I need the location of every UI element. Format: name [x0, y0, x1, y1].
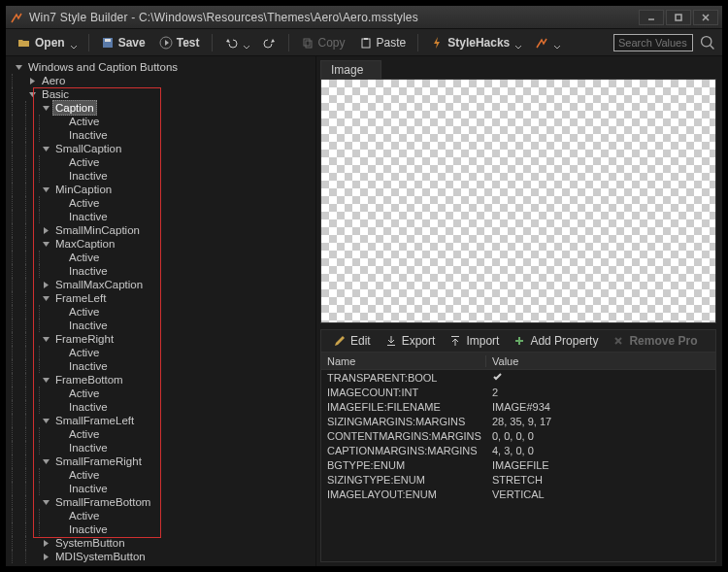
tree-item[interactable]: MaxCaption: [12, 237, 315, 251]
caret-right-icon[interactable]: [25, 74, 39, 87]
caret-right-icon[interactable]: [39, 550, 52, 563]
table-row[interactable]: IMAGECOUNT:INT2: [321, 385, 715, 399]
table-row[interactable]: BGTYPE:ENUMIMAGEFILE: [321, 457, 715, 472]
tree-item-aero[interactable]: Aero: [12, 74, 315, 87]
caret-right-icon[interactable]: [39, 278, 52, 291]
tree-item[interactable]: SmallMaxCaption: [12, 278, 315, 291]
tree-label: SmallFrameRight: [52, 454, 145, 468]
pencil-icon: [333, 334, 347, 348]
tree-label: SmallMinCaption: [52, 223, 143, 237]
tree-item[interactable]: MDISystemButton: [12, 550, 315, 563]
tree-item[interactable]: Active: [12, 155, 315, 169]
minimize-button[interactable]: [639, 10, 664, 25]
table-row[interactable]: SIZINGTYPE:ENUMSTRETCH: [321, 472, 715, 487]
tree-item[interactable]: Inactive: [12, 441, 315, 454]
maximize-button[interactable]: [666, 10, 691, 25]
tree-label: MDISystemButton: [52, 550, 149, 563]
search-go-button[interactable]: [699, 34, 716, 51]
tree-item[interactable]: Active: [12, 115, 315, 128]
tree-item[interactable]: Inactive: [12, 169, 315, 183]
svg-rect-7: [304, 39, 310, 46]
table-row[interactable]: CAPTIONMARGINS:MARGINS4, 3, 0, 0: [321, 443, 715, 457]
test-button[interactable]: Test: [153, 32, 206, 53]
tree-item[interactable]: Inactive: [12, 210, 315, 223]
paste-button[interactable]: Paste: [353, 32, 413, 53]
tree-item[interactable]: Active: [12, 509, 315, 522]
caret-down-icon[interactable]: [39, 237, 52, 251]
svg-rect-1: [676, 15, 681, 20]
search-input[interactable]: [613, 34, 693, 51]
cell-name: CONTENTMARGINS:MARGINS: [321, 430, 486, 442]
save-button[interactable]: Save: [95, 32, 151, 53]
tree-item[interactable]: Inactive: [12, 319, 315, 332]
tree-item[interactable]: FrameLeft: [12, 291, 315, 305]
tree-item[interactable]: FrameBottom: [12, 373, 315, 387]
copy-icon: [301, 36, 314, 50]
tree-item[interactable]: SmallCaption: [12, 142, 315, 155]
import-button[interactable]: Import: [443, 330, 505, 352]
tree-item[interactable]: Active: [12, 305, 315, 319]
caret-down-icon[interactable]: [39, 495, 52, 509]
tree-item[interactable]: Active: [12, 196, 315, 210]
stylehacks-button[interactable]: StyleHacks: [424, 32, 527, 53]
tree-item[interactable]: Inactive: [12, 482, 315, 495]
table-row[interactable]: IMAGELAYOUT:ENUMVERTICAL: [321, 487, 715, 501]
caret-down-icon[interactable]: [39, 142, 52, 155]
add-property-button[interactable]: Add Property: [507, 330, 604, 352]
caret-down-icon[interactable]: [39, 183, 52, 196]
tree-item[interactable]: SmallMinCaption: [12, 223, 315, 237]
tree-item[interactable]: Inactive: [12, 264, 315, 278]
caret-down-icon[interactable]: [39, 101, 52, 115]
tree-item[interactable]: Inactive: [12, 522, 315, 536]
column-name[interactable]: Name: [321, 355, 486, 367]
caret-right-icon[interactable]: [39, 536, 52, 550]
image-tab[interactable]: Image: [320, 60, 381, 79]
table-row[interactable]: SIZINGMARGINS:MARGINS28, 35, 9, 17: [321, 414, 715, 428]
tree-item[interactable]: Inactive: [12, 400, 315, 414]
caret-down-icon[interactable]: [39, 332, 52, 346]
svg-rect-10: [364, 38, 368, 40]
tree-item-basic[interactable]: Basic: [12, 87, 315, 101]
tree-item[interactable]: SmallFrameRight: [12, 454, 315, 468]
open-button[interactable]: Open: [12, 32, 83, 53]
remove-property-button[interactable]: Remove Pro: [606, 330, 703, 352]
svg-rect-8: [306, 41, 312, 48]
edit-button[interactable]: Edit: [327, 330, 377, 352]
caret-down-icon[interactable]: [25, 87, 39, 101]
tree-item[interactable]: Inactive: [12, 359, 315, 373]
tree-item[interactable]: Active: [12, 427, 315, 441]
tree-label: SmallMaxCaption: [52, 278, 146, 291]
redo-button[interactable]: [257, 32, 282, 53]
tree-item[interactable]: Active: [12, 346, 315, 359]
tree-item[interactable]: Active: [12, 251, 315, 264]
caret-down-icon[interactable]: [39, 414, 52, 427]
tree-item[interactable]: SystemButton: [12, 536, 315, 550]
caret-down-icon[interactable]: [12, 60, 25, 74]
tree-label: Inactive: [66, 482, 111, 495]
tree-item[interactable]: Inactive: [12, 128, 315, 142]
caret-right-icon[interactable]: [39, 223, 52, 237]
tree-item[interactable]: Active: [12, 387, 315, 400]
caret-down-icon[interactable]: [39, 454, 52, 468]
export-button[interactable]: Export: [379, 330, 442, 352]
caret-down-icon[interactable]: [39, 291, 52, 305]
tool-button[interactable]: [529, 32, 566, 53]
table-row[interactable]: CONTENTMARGINS:MARGINS0, 0, 0, 0: [321, 428, 715, 443]
tree-item[interactable]: SmallFrameBottom: [12, 495, 315, 509]
column-value[interactable]: Value: [486, 355, 715, 367]
table-row[interactable]: IMAGEFILE:FILENAMEIMAGE#934: [321, 399, 715, 414]
paste-icon: [359, 36, 373, 50]
tree-item[interactable]: FrameRight: [12, 332, 315, 346]
close-button[interactable]: [693, 10, 718, 25]
tree-root[interactable]: Windows and Caption Buttons: [12, 60, 315, 74]
tree-label: SmallFrameBottom: [52, 495, 153, 509]
folder-open-icon: [17, 36, 31, 50]
tree-item[interactable]: MinCaption: [12, 183, 315, 196]
undo-button[interactable]: [218, 32, 255, 53]
table-row[interactable]: TRANSPARENT:BOOL: [321, 370, 715, 385]
tree-item[interactable]: Caption: [12, 101, 315, 115]
tree-item[interactable]: Active: [12, 468, 315, 482]
copy-button[interactable]: Copy: [295, 32, 351, 53]
caret-down-icon[interactable]: [39, 373, 52, 387]
tree-item[interactable]: SmallFrameLeft: [12, 414, 315, 427]
